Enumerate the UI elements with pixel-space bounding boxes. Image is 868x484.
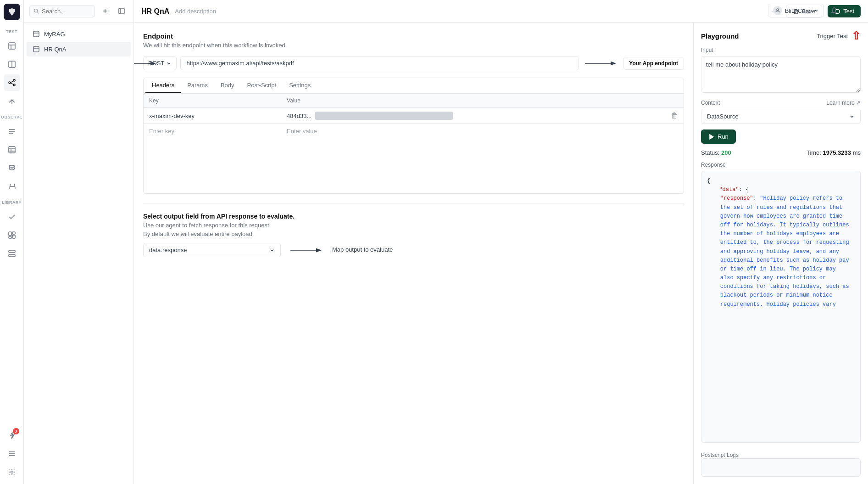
svg-point-6	[13, 79, 15, 81]
time-unit: ms	[853, 149, 861, 156]
sidebar-icon-list2[interactable]	[4, 445, 20, 462]
endpoint-tabs: Headers Params Body Post-Script Settings	[144, 78, 684, 94]
delete-header-button[interactable]: 🗑	[671, 112, 678, 120]
add-item-button[interactable]	[99, 5, 111, 17]
search-input[interactable]	[42, 8, 91, 15]
sidebar-icon-logs[interactable]	[4, 123, 20, 140]
svg-point-5	[9, 82, 11, 84]
header-value-text: 484d33...	[287, 113, 312, 119]
url-input[interactable]	[180, 56, 579, 70]
sidebar-icon-function[interactable]	[4, 178, 20, 195]
notifications-button[interactable]	[828, 4, 840, 17]
tab-settings[interactable]: Settings	[283, 78, 317, 93]
time-area: Time: 1975.3233 ms	[807, 149, 861, 156]
playground-panel: Playground Trigger Test ⇧ Input tell me …	[694, 23, 868, 484]
account-avatar	[773, 6, 782, 15]
sidebar-icon-panel[interactable]	[4, 56, 20, 73]
input-textarea[interactable]: tell me about holiday policy	[701, 56, 861, 93]
status-area: Status: 200	[701, 149, 731, 156]
method-chevron-icon	[166, 61, 172, 66]
sidebar-header	[24, 0, 134, 23]
learn-more-link[interactable]: Learn more ↗	[826, 100, 861, 106]
sidebar-icon-workflow[interactable]	[4, 74, 20, 91]
sidebar-item-myrag[interactable]: MyRAG	[27, 27, 131, 41]
svg-point-30	[34, 9, 38, 12]
header-key-cell: x-maxim-dev-key	[144, 109, 281, 123]
app-logo	[4, 4, 20, 20]
annotation-arrow	[134, 59, 159, 68]
sidebar-icon-test[interactable]	[4, 38, 20, 54]
sidebar-icon-settings[interactable]	[4, 464, 20, 480]
app-endpoint-badge: Your App endpoint	[623, 57, 684, 70]
playground-header: Playground Trigger Test ⇧	[701, 30, 861, 41]
time-label: Time:	[807, 149, 821, 156]
svg-rect-36	[33, 31, 39, 37]
library-section-label: LIBRARY	[0, 200, 23, 205]
status-row: Status: 200 Time: 1975.3233 ms	[701, 149, 861, 156]
placeholder-value[interactable]: Enter value	[281, 124, 684, 138]
key-column-header: Key	[144, 94, 281, 107]
table-row: x-maxim-dev-key 484d33... 🗑	[144, 108, 684, 124]
topbar: Blitz Corp HR QnA Add description ··· Sa…	[134, 0, 868, 23]
tab-headers[interactable]: Headers	[145, 78, 181, 93]
status-value: 200	[721, 149, 731, 156]
output-chevron-icon	[269, 248, 275, 253]
notification-badge: 3	[13, 428, 19, 434]
svg-rect-22	[12, 235, 15, 238]
main-content: Blitz Corp HR QnA Add description ··· Sa…	[134, 0, 868, 484]
sidebar-icon-deploy[interactable]	[4, 93, 20, 109]
bell-icon	[830, 7, 838, 14]
table-row-placeholder: Enter key Enter value	[144, 124, 684, 138]
headers-table: Key Value x-maxim-dev-key 484d33... 🗑	[144, 94, 684, 138]
trigger-test-area: Trigger Test ⇧	[817, 30, 861, 41]
chevron-down-icon	[813, 8, 819, 13]
output-section: Select output field from API response to…	[143, 203, 684, 257]
sidebar-icon-check[interactable]	[4, 208, 20, 225]
svg-line-9	[11, 83, 13, 84]
run-button[interactable]: Run	[701, 129, 736, 144]
myrag-icon	[32, 30, 40, 38]
account-area: Blitz Corp	[768, 4, 840, 17]
svg-rect-24	[9, 250, 15, 253]
account-selector[interactable]: Blitz Corp	[768, 4, 824, 17]
context-label: Context	[701, 100, 720, 106]
svg-rect-21	[12, 232, 15, 234]
add-description-link[interactable]: Add description	[175, 8, 216, 15]
sidebar: MyRAG HR QnA	[24, 0, 134, 484]
tab-params[interactable]: Params	[181, 78, 214, 93]
svg-point-18	[9, 165, 15, 167]
sidebar-item-hrqna[interactable]: HR QnA	[27, 42, 131, 56]
sidebar-icon-storage[interactable]	[4, 245, 20, 262]
context-header: Context Learn more ↗	[701, 100, 861, 106]
output-field-selector[interactable]: data.response	[143, 243, 281, 257]
datasource-selector[interactable]: DataSource	[701, 109, 861, 124]
placeholder-key[interactable]: Enter key	[144, 124, 281, 138]
sidebar-item-label: MyRAG	[44, 31, 65, 38]
page-title: HR QnA	[141, 7, 169, 16]
svg-line-31	[37, 12, 39, 13]
tab-body[interactable]: Body	[214, 78, 241, 93]
endpoint-title: Endpoint	[143, 32, 684, 40]
sidebar-icon-table[interactable]	[4, 141, 20, 158]
hrqna-icon	[32, 45, 40, 53]
layout-icon	[118, 8, 125, 14]
sidebar-icon-db[interactable]	[4, 160, 20, 176]
sidebar-icon-board[interactable]	[4, 227, 20, 243]
svg-rect-34	[119, 8, 124, 14]
collapse-sidebar-button[interactable]	[115, 5, 128, 17]
svg-rect-0	[9, 43, 15, 49]
sidebar-icon-flash[interactable]: 3	[4, 427, 20, 444]
trigger-test-label: Trigger Test	[817, 33, 848, 39]
selected-field-label: data.response	[149, 247, 267, 253]
output-subtitle: Use our agent to fetch response for this…	[143, 222, 684, 229]
postscript-box	[701, 458, 861, 477]
svg-marker-45	[710, 135, 713, 139]
input-label: Input	[701, 47, 861, 53]
map-output-label: Map output to evaluate	[332, 246, 393, 254]
datasource-chevron-icon	[849, 114, 855, 119]
sidebar-search-box[interactable]	[29, 5, 95, 17]
tab-post-script[interactable]: Post-Script	[241, 78, 283, 93]
endpoint-subtitle: We will hit this endpoint when this work…	[143, 42, 684, 49]
postscript-label: Postscript Logs	[701, 452, 861, 458]
account-name: Blitz Corp	[785, 7, 811, 14]
